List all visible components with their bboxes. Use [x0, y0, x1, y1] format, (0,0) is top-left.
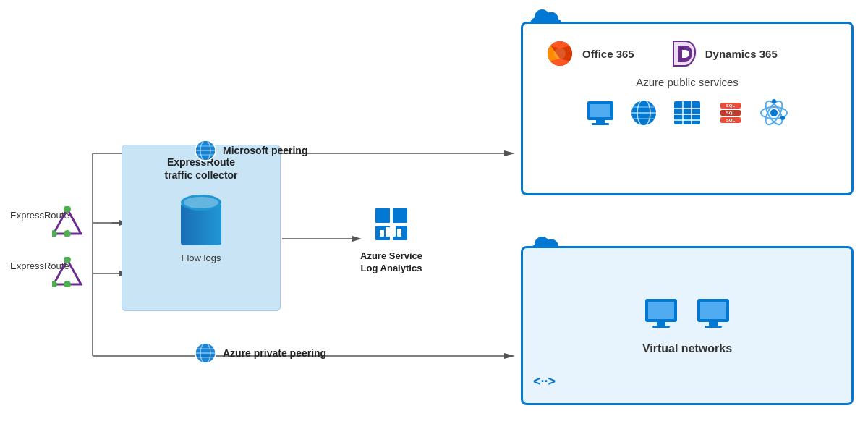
- svg-rect-71: [648, 302, 674, 319]
- svg-rect-73: [652, 326, 670, 328]
- svg-marker-17: [54, 260, 81, 284]
- svg-rect-72: [657, 322, 665, 326]
- vm-icon: [584, 97, 616, 129]
- svg-rect-32: [386, 227, 390, 237]
- diagram: ExpressRoute ExpressRoute ExpressRoutetr…: [0, 0, 868, 437]
- svg-marker-12: [504, 353, 515, 359]
- global-network-icon: [628, 97, 660, 129]
- svg-point-41: [554, 48, 566, 59]
- svg-rect-43: [590, 104, 610, 117]
- azure-private-peering-label: Azure private peering: [223, 347, 326, 359]
- svg-rect-75: [700, 302, 726, 319]
- flow-logs-icon: [181, 195, 221, 245]
- collector-box: ExpressRoutetraffic collector Flow logs: [122, 145, 281, 311]
- office365-icon: [545, 38, 575, 69]
- svg-point-14: [64, 230, 71, 237]
- svg-rect-28: [393, 208, 407, 223]
- svg-text:<··>: <··>: [533, 374, 556, 389]
- svg-marker-8: [504, 150, 515, 156]
- azure-private-peering-container: Azure private peering: [194, 341, 326, 365]
- svg-rect-44: [596, 120, 605, 123]
- azure-public-services-box: Office 365 Dynamics 365 Azure public ser…: [521, 22, 854, 195]
- svg-rect-77: [705, 326, 722, 328]
- globe-icon-ms: [194, 139, 217, 162]
- svg-point-64: [770, 109, 778, 116]
- virtual-networks-label: Virtual networks: [642, 342, 732, 355]
- svg-marker-13: [54, 209, 81, 234]
- microsoft-peering-container: Microsoft peering: [194, 139, 307, 162]
- svg-rect-27: [375, 208, 390, 223]
- svg-point-68: [772, 99, 776, 103]
- svg-point-69: [780, 116, 785, 120]
- vnet-monitor-1-icon: [642, 296, 680, 334]
- log-analytics-container: Azure ServiceLog Analytics: [360, 203, 422, 275]
- svg-point-18: [64, 281, 71, 287]
- azure-public-subtitle: Azure public services: [537, 76, 837, 88]
- table-storage-icon: [671, 97, 703, 129]
- svg-point-19: [52, 281, 57, 287]
- globe-icon-private: [194, 341, 217, 365]
- svg-text:SQL: SQL: [726, 118, 736, 122]
- office365-item: Office 365: [545, 38, 634, 69]
- svg-text:SQL: SQL: [726, 103, 736, 108]
- virtual-networks-icons: [642, 296, 732, 334]
- svg-rect-34: [397, 229, 401, 237]
- log-analytics-icon: [370, 203, 413, 246]
- office365-label: Office 365: [582, 48, 634, 60]
- flow-logs-label: Flow logs: [182, 253, 221, 263]
- sql-database-icon: SQL SQL SQL: [715, 97, 746, 129]
- azure-public-icons-row: SQL SQL SQL: [537, 97, 837, 129]
- microsoft-peering-label: Microsoft peering: [223, 145, 307, 156]
- dynamics365-item: Dynamics 365: [671, 38, 778, 69]
- cosmos-db-icon: [758, 97, 790, 129]
- dynamics365-icon: [671, 38, 698, 69]
- expressroute-icon-1: [52, 206, 82, 239]
- svg-rect-52: [674, 101, 700, 124]
- svg-rect-45: [592, 123, 609, 125]
- vnet-monitor-2-icon: [694, 296, 732, 334]
- svg-rect-33: [391, 224, 396, 237]
- svg-rect-31: [380, 230, 384, 237]
- code-brackets-icon: <··>: [533, 373, 559, 393]
- svg-rect-76: [709, 322, 718, 326]
- svg-point-15: [52, 230, 57, 237]
- svg-text:SQL: SQL: [726, 111, 736, 115]
- azure-private-box: Virtual networks <··>: [521, 246, 854, 405]
- dynamics365-label: Dynamics 365: [705, 48, 778, 60]
- expressroute-icon-2: [52, 257, 82, 290]
- log-analytics-label: Azure ServiceLog Analytics: [360, 250, 422, 275]
